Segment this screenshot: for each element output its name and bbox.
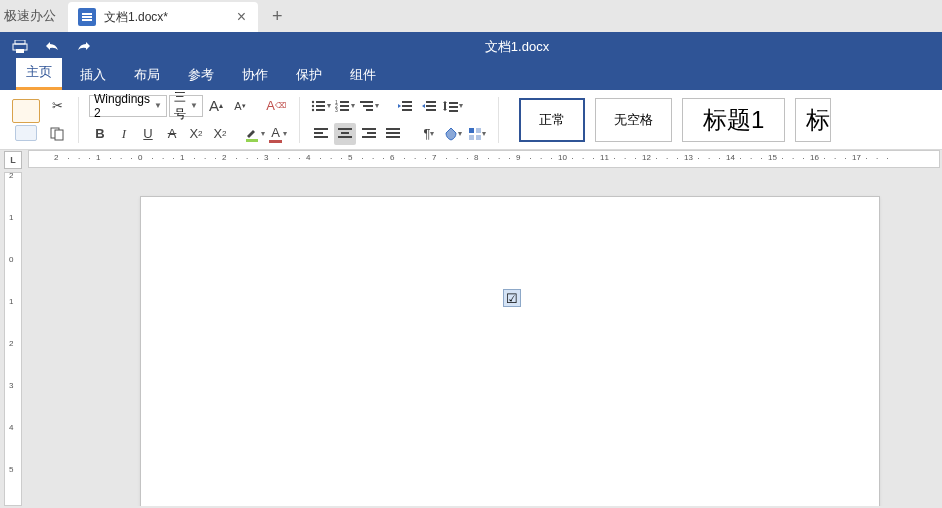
svg-rect-38: [367, 132, 376, 134]
decrease-indent-icon[interactable]: [394, 95, 416, 117]
redo-icon[interactable]: [76, 40, 92, 54]
tab-bar: 极速办公 文档1.docx* × +: [0, 0, 942, 32]
svg-rect-37: [362, 128, 376, 130]
print-icon[interactable]: [12, 40, 28, 54]
svg-rect-5: [246, 139, 258, 142]
superscript-button[interactable]: X2: [185, 123, 207, 145]
ribbon-toolbar: ✂ Wingdings 2 ▼ 三号 ▼ A▴ A▾ A⌫ B I U: [0, 90, 942, 150]
grow-font-icon[interactable]: A▴: [205, 95, 227, 117]
paper-scroll-area[interactable]: ☑: [28, 170, 942, 506]
ribbon-tab-2[interactable]: 布局: [124, 61, 170, 90]
svg-rect-46: [476, 135, 481, 140]
document-tab[interactable]: 文档1.docx* ×: [68, 2, 258, 32]
svg-text:3: 3: [335, 107, 338, 113]
underline-button[interactable]: U: [137, 123, 159, 145]
svg-rect-30: [449, 110, 458, 112]
checkbox-symbol[interactable]: ☑: [503, 289, 521, 307]
svg-rect-32: [314, 132, 323, 134]
chevron-down-icon: ▾: [283, 129, 287, 138]
quick-access: [0, 40, 92, 54]
svg-rect-21: [402, 101, 412, 103]
vertical-ruler[interactable]: 21012345: [4, 172, 22, 506]
clipboard-group: ✂: [4, 95, 76, 145]
svg-rect-18: [360, 101, 373, 103]
ribbon-tab-3[interactable]: 参考: [178, 61, 224, 90]
style-option-0[interactable]: 正常: [519, 98, 585, 142]
svg-rect-23: [402, 109, 412, 111]
svg-rect-45: [469, 135, 474, 140]
svg-rect-11: [316, 109, 325, 111]
svg-rect-27: [444, 103, 446, 109]
svg-rect-22: [402, 105, 412, 107]
italic-button[interactable]: I: [113, 123, 135, 145]
svg-rect-7: [316, 101, 325, 103]
chevron-down-icon: ▼: [190, 101, 198, 110]
ruler-corner[interactable]: L: [4, 151, 22, 169]
svg-rect-42: [386, 136, 400, 138]
svg-rect-19: [363, 105, 373, 107]
svg-rect-41: [386, 132, 400, 134]
clear-formatting-icon[interactable]: A⌫: [265, 95, 287, 117]
ribbon-tab-4[interactable]: 协作: [232, 61, 278, 90]
align-left-icon[interactable]: [310, 123, 332, 145]
strikethrough-button[interactable]: A: [161, 123, 183, 145]
align-center-icon[interactable]: [334, 123, 356, 145]
bold-button[interactable]: B: [89, 123, 111, 145]
bullet-list-icon[interactable]: ▾: [310, 95, 332, 117]
increase-indent-icon[interactable]: [418, 95, 440, 117]
svg-rect-25: [426, 105, 436, 107]
paragraph-mark-icon[interactable]: ¶▾: [418, 123, 440, 145]
document-page[interactable]: ☑: [140, 196, 880, 506]
align-right-icon[interactable]: [358, 123, 380, 145]
paste-icon[interactable]: [12, 99, 40, 123]
ribbon-tab-5[interactable]: 保护: [286, 61, 332, 90]
new-tab-button[interactable]: +: [258, 6, 297, 27]
title-bar: 文档1.docx: [0, 32, 942, 62]
document-title: 文档1.docx: [92, 38, 942, 56]
ribbon-tab-6[interactable]: 组件: [340, 61, 386, 90]
undo-icon[interactable]: [44, 40, 60, 54]
svg-rect-0: [15, 40, 25, 44]
tab-title: 文档1.docx*: [104, 9, 225, 26]
svg-rect-34: [338, 128, 352, 130]
ribbon-tab-0[interactable]: 主页: [16, 58, 62, 90]
font-color-button[interactable]: A ▾: [267, 123, 289, 145]
line-spacing-icon[interactable]: ▾: [442, 95, 464, 117]
chevron-down-icon: ▾: [261, 129, 265, 138]
svg-rect-9: [316, 105, 325, 107]
app-name: 极速办公: [0, 7, 68, 25]
svg-rect-20: [366, 109, 373, 111]
align-justify-icon[interactable]: [382, 123, 404, 145]
svg-rect-26: [426, 109, 436, 111]
svg-rect-2: [16, 49, 24, 53]
clipboard-sub-icon[interactable]: [15, 125, 37, 141]
font-name-value: Wingdings 2: [94, 92, 150, 120]
svg-rect-28: [449, 102, 458, 104]
highlight-color-button[interactable]: ▾: [243, 123, 265, 145]
svg-rect-17: [340, 109, 349, 111]
style-option-2[interactable]: 标题1: [682, 98, 785, 142]
font-name-select[interactable]: Wingdings 2 ▼: [89, 95, 167, 117]
multilevel-list-icon[interactable]: ▾: [358, 95, 380, 117]
ruler-row: L 2···1···0···1···2···3···4···5···6···7·…: [0, 150, 942, 170]
copy-icon[interactable]: [46, 123, 68, 145]
svg-rect-15: [340, 105, 349, 107]
style-option-1[interactable]: 无空格: [595, 98, 672, 142]
cut-icon[interactable]: ✂: [46, 95, 68, 117]
borders-icon[interactable]: ▾: [466, 123, 488, 145]
chevron-down-icon: ▼: [154, 101, 162, 110]
numbered-list-icon[interactable]: 123▾: [334, 95, 356, 117]
close-icon[interactable]: ×: [233, 8, 250, 26]
doc-file-icon: [78, 8, 96, 26]
svg-point-6: [312, 100, 314, 102]
shading-icon[interactable]: ▾: [442, 123, 464, 145]
svg-rect-31: [314, 128, 328, 130]
subscript-button[interactable]: X2: [209, 123, 231, 145]
style-option-3[interactable]: 标: [795, 98, 831, 142]
shrink-font-icon[interactable]: A▾: [229, 95, 251, 117]
font-size-select[interactable]: 三号 ▼: [169, 95, 203, 117]
horizontal-ruler[interactable]: 2···1···0···1···2···3···4···5···6···7···…: [28, 150, 940, 168]
ribbon-tab-1[interactable]: 插入: [70, 61, 116, 90]
ribbon-tabs: 主页插入布局参考协作保护组件: [0, 62, 942, 90]
svg-rect-24: [426, 101, 436, 103]
